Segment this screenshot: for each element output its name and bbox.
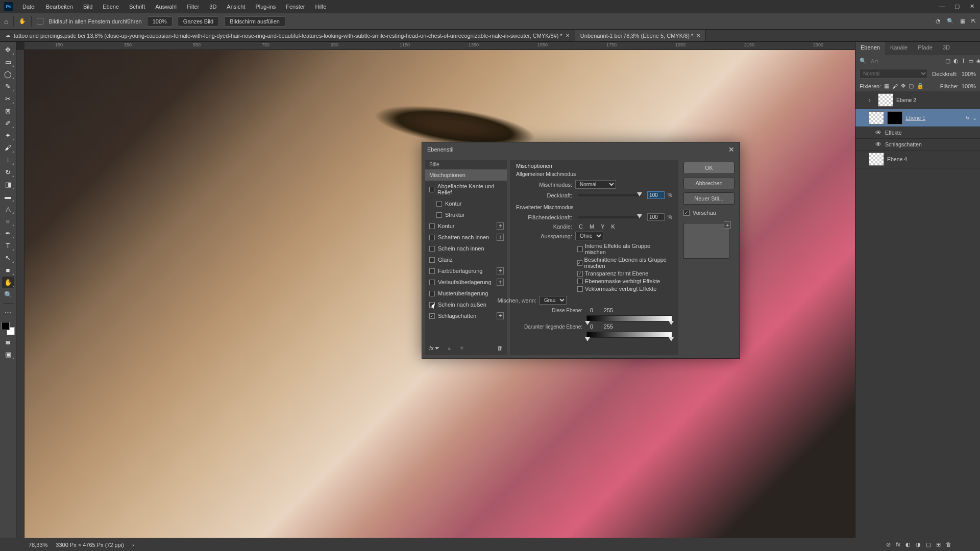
status-chevron-icon[interactable]: › xyxy=(132,542,134,548)
fill-opacity-input[interactable]: 100 xyxy=(647,213,665,221)
fill-screen-button[interactable]: Bildschirm ausfüllen xyxy=(224,16,285,27)
style-stroke[interactable]: Kontur+ xyxy=(425,220,507,232)
adjustment-icon[interactable]: ◑ xyxy=(916,541,921,548)
style-satin[interactable]: Glanz xyxy=(425,254,507,265)
underlying-slider[interactable] xyxy=(586,332,672,338)
style-bevel-contour[interactable]: Kontur xyxy=(425,198,507,209)
knockout-select[interactable]: Ohne xyxy=(575,232,603,240)
move-up-icon[interactable]: ▲ xyxy=(447,345,452,351)
opacity-input[interactable]: 100 xyxy=(647,191,665,199)
path-select-icon[interactable]: ↖ xyxy=(2,252,14,263)
menu-ansicht[interactable]: Ansicht xyxy=(223,2,249,12)
drop-shadow-checkbox[interactable] xyxy=(429,313,435,319)
blendif-select[interactable]: Grau xyxy=(540,296,567,305)
fx-icon[interactable]: fx xyxy=(896,541,900,548)
mask-icon[interactable]: ◐ xyxy=(905,541,911,548)
filter-shape-icon[interactable]: ▭ xyxy=(968,58,973,64)
filter-image-icon[interactable]: ▢ xyxy=(945,58,950,64)
color-swatches[interactable] xyxy=(2,322,15,335)
layer-filter-input[interactable] xyxy=(871,58,941,64)
history-brush-icon[interactable]: ↻ xyxy=(2,166,14,178)
pen-tool-icon[interactable]: ✒ xyxy=(2,228,14,239)
visibility-icon[interactable]: 👁 xyxy=(875,141,882,148)
style-color-overlay[interactable]: Farbüberlagerung+ xyxy=(425,265,507,277)
link-icon[interactable]: ⊘ xyxy=(886,541,891,548)
fill-opacity-slider[interactable] xyxy=(578,216,641,218)
zoom-100-button[interactable]: 100% xyxy=(147,16,173,27)
doc-tab-2[interactable]: Unbenannt-1 bei 78,3% (Ebene 5, CMYK/8) … xyxy=(575,30,706,41)
eyedropper-icon[interactable]: ✐ xyxy=(2,117,14,129)
menu-bearbeiten[interactable]: Bearbeiten xyxy=(42,2,77,12)
gradient-tool-icon[interactable]: ▬ xyxy=(2,191,14,202)
filter-adjust-icon[interactable]: ◐ xyxy=(953,58,959,64)
share-icon[interactable]: ⇱ xyxy=(971,18,976,24)
shape-tool-icon[interactable]: ■ xyxy=(2,264,14,276)
lock-transparency-icon[interactable]: ▦ xyxy=(884,83,889,89)
style-bevel[interactable]: Abgeflachte Kante und Relief xyxy=(425,181,507,198)
layer-thumbnail[interactable] xyxy=(869,111,884,124)
menu-auswahl[interactable]: Auswahl xyxy=(151,2,181,12)
blend-mode-select-dialog[interactable]: Normal xyxy=(575,180,616,189)
visibility-icon[interactable]: 👁 xyxy=(875,129,882,136)
zoom-status[interactable]: 78,33% xyxy=(29,542,47,548)
dialog-close-icon[interactable]: ✕ xyxy=(728,145,734,154)
style-bevel-texture[interactable]: Struktur xyxy=(425,209,507,220)
lock-pixels-icon[interactable]: 🖌 xyxy=(892,83,898,89)
layer-mask-thumbnail[interactable] xyxy=(887,111,902,124)
tab-3d[interactable]: 3D xyxy=(938,42,955,55)
menu-bild[interactable]: Bild xyxy=(79,2,96,12)
layer-ebene1[interactable]: Ebene 1 fx ⌄ xyxy=(855,109,980,127)
menu-plugins[interactable]: Plug-ins xyxy=(251,2,280,12)
add-color-ov-icon[interactable]: + xyxy=(497,267,504,274)
preview-checkbox[interactable] xyxy=(683,210,690,216)
frame-tool-icon[interactable]: ⊠ xyxy=(2,105,14,116)
clone-stamp-icon[interactable]: ⊥ xyxy=(2,154,14,165)
close-tab-2-icon[interactable]: ✕ xyxy=(696,33,700,38)
fx-menu-icon[interactable]: fx⏷ xyxy=(429,345,439,351)
layer-ebene2[interactable]: › Ebene 2 xyxy=(855,91,980,109)
hand-tool-icon[interactable]: ✋ xyxy=(19,18,26,24)
close-window-icon[interactable]: ✕ xyxy=(966,1,974,12)
add-grad-ov-icon[interactable]: + xyxy=(497,279,504,286)
vector-mask-hides-checkbox[interactable] xyxy=(577,286,583,292)
maximize-icon[interactable]: ▢ xyxy=(950,1,959,12)
style-inner-glow[interactable]: Schein nach innen xyxy=(425,243,507,254)
lock-position-icon[interactable]: ✥ xyxy=(901,83,905,89)
transparency-shapes-checkbox[interactable] xyxy=(577,271,583,277)
edit-toolbar-icon[interactable]: ⋯ xyxy=(2,307,14,318)
layer-thumbnail[interactable] xyxy=(869,153,884,166)
eraser-tool-icon[interactable]: ◨ xyxy=(2,179,14,190)
minimize-icon[interactable]: — xyxy=(935,1,943,12)
opacity-slider[interactable] xyxy=(578,194,641,196)
menu-schrift[interactable]: Schrift xyxy=(125,2,149,12)
new-style-button[interactable]: Neuer Stil... xyxy=(683,192,734,205)
lasso-tool-icon[interactable]: ◯ xyxy=(2,68,14,80)
chevron-down-icon[interactable]: ⌄ xyxy=(972,115,977,121)
dodge-tool-icon[interactable]: ○ xyxy=(2,215,14,227)
filter-smart-icon[interactable]: ◈ xyxy=(976,58,980,64)
trash-icon[interactable]: 🗑 xyxy=(946,541,951,548)
add-drop-shadow-icon[interactable]: + xyxy=(497,312,504,319)
move-tool-icon[interactable]: ✥ xyxy=(2,44,14,55)
fit-screen-button[interactable]: Ganzes Bild xyxy=(178,16,219,27)
doc-tab-1[interactable]: ☁ tattoo und piercings.psdc bei 13,8% (c… xyxy=(0,30,575,41)
brush-tool-icon[interactable]: 🖌 xyxy=(2,142,14,153)
scroll-all-checkbox[interactable] xyxy=(37,18,43,24)
internal-fx-checkbox[interactable] xyxy=(577,246,583,252)
folder-icon[interactable]: ▢ xyxy=(926,541,931,548)
lock-all-icon[interactable]: 🔒 xyxy=(917,83,924,89)
healing-brush-icon[interactable]: ✦ xyxy=(2,130,14,141)
fx-badge[interactable]: fx xyxy=(966,115,969,120)
crop-tool-icon[interactable]: ✂ xyxy=(2,93,14,104)
style-gradient-overlay[interactable]: Verlaufsüberlagerung+ xyxy=(425,277,507,288)
style-pattern-overlay[interactable]: Musterüberlagerung xyxy=(425,288,507,299)
artboard-tool-icon[interactable]: ▭ xyxy=(2,56,14,67)
move-down-icon[interactable]: ▼ xyxy=(459,345,464,351)
home-icon[interactable]: ⌂ xyxy=(4,17,8,26)
search-icon[interactable]: 🔍 xyxy=(947,18,954,24)
blur-tool-icon[interactable]: △ xyxy=(2,203,14,214)
quick-select-icon[interactable]: ✎ xyxy=(2,81,14,92)
screen-mode-icon[interactable]: ▣ xyxy=(2,348,14,360)
layer-effects-group[interactable]: 👁 Effekte xyxy=(855,127,980,139)
this-layer-slider[interactable] xyxy=(586,315,672,321)
